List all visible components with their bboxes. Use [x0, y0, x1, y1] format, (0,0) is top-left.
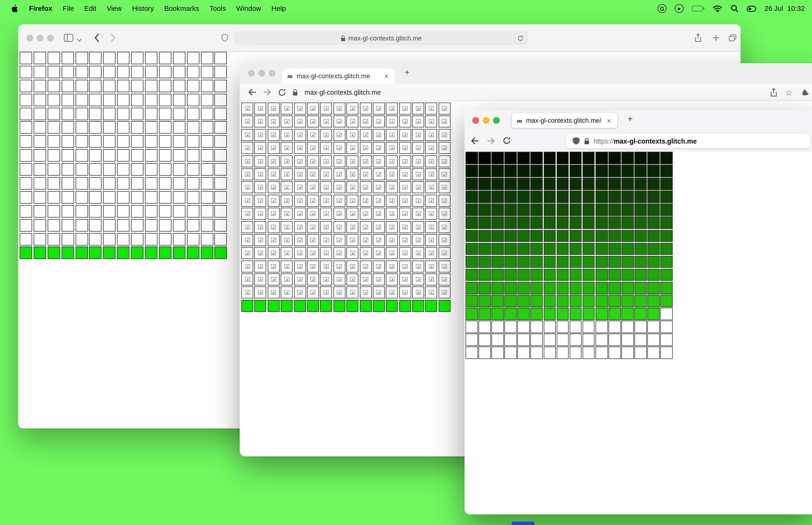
new-tab-button[interactable]: +: [628, 114, 633, 124]
broken-image-icon: [350, 277, 355, 282]
grid-cell: [307, 221, 319, 233]
extensions-puzzle-icon[interactable]: [801, 88, 809, 96]
minimize-window-button[interactable]: [482, 117, 489, 124]
dock-peek[interactable]: [512, 522, 535, 525]
broken-image-icon: [429, 238, 434, 242]
address-bar[interactable]: max-gl-contexts.glitch.me: [234, 31, 528, 45]
reload-icon[interactable]: [503, 137, 510, 145]
grid-cell: [307, 300, 319, 312]
back-button[interactable]: [248, 89, 256, 96]
grid-cell: [412, 234, 424, 246]
grid-cell: [255, 208, 266, 220]
broken-image-icon: [416, 198, 421, 203]
menubar-date[interactable]: 26 Jul: [765, 5, 783, 13]
minimize-window-button[interactable]: [37, 35, 44, 42]
grid-cell: [426, 103, 438, 115]
grid-cell: [491, 165, 504, 177]
zoom-window-button[interactable]: [269, 70, 276, 77]
broken-image-icon: [297, 172, 302, 177]
new-tab-icon[interactable]: [713, 34, 719, 41]
menu-history[interactable]: History: [127, 5, 159, 13]
grammarly-icon[interactable]: G: [658, 4, 666, 13]
share-icon[interactable]: [694, 33, 702, 42]
privacy-shield-icon[interactable]: [221, 34, 228, 42]
grid-cell: [412, 273, 424, 286]
back-button[interactable]: [94, 33, 99, 43]
reload-icon[interactable]: [278, 88, 286, 96]
grid-cell: [596, 204, 608, 216]
chevron-down-icon[interactable]: [77, 39, 82, 42]
grid-cell: [47, 191, 60, 204]
close-window-button[interactable]: [248, 70, 255, 77]
grid-cell: [307, 142, 319, 154]
forward-button[interactable]: [487, 137, 495, 144]
new-tab-button[interactable]: +: [404, 68, 410, 78]
grid-cell: [117, 163, 130, 176]
sidebar-toggle-icon[interactable]: [64, 34, 74, 42]
broken-image-icon: [416, 211, 421, 216]
control-center-icon[interactable]: [747, 5, 756, 12]
battery-icon[interactable]: [692, 6, 704, 11]
broken-image-icon: [429, 119, 434, 124]
grid-cell: [294, 181, 306, 193]
wifi-icon[interactable]: [713, 5, 722, 12]
back-button[interactable]: [471, 137, 479, 144]
grid-cell: [47, 177, 60, 190]
minimize-window-button[interactable]: [258, 70, 265, 77]
browser-tab[interactable]: ∞ max-gl-contexts.glitch.me/ ×: [512, 113, 617, 128]
close-window-button[interactable]: [472, 117, 479, 124]
grid-cell: [360, 116, 372, 127]
grid-cell: [373, 287, 385, 299]
grid-cell: [159, 219, 171, 231]
spotlight-search-icon[interactable]: [731, 5, 738, 13]
menu-view[interactable]: View: [102, 5, 127, 13]
grid-cell: [556, 152, 569, 164]
menubar-app-name[interactable]: Firefox: [24, 5, 57, 13]
tab-overview-icon[interactable]: [729, 34, 736, 41]
menubar-clock[interactable]: 10:32: [787, 5, 805, 13]
tab-strip[interactable]: ∞ max-gl-contexts.glitch.me/ × +: [464, 110, 812, 131]
apple-menu-icon[interactable]: [7, 4, 22, 13]
menu-window[interactable]: Window: [231, 5, 266, 13]
close-window-button[interactable]: [26, 35, 33, 42]
grid-cell: [504, 191, 517, 203]
zoom-window-button[interactable]: [493, 117, 500, 124]
grid-cell: [504, 217, 517, 229]
menu-tools[interactable]: Tools: [204, 5, 231, 13]
grid-cell: [426, 181, 438, 193]
toolbar-actions: ☆: [770, 88, 810, 96]
address-bar[interactable]: https://max-gl-contexts.glitch.me: [566, 134, 810, 148]
menubar-status-area: G ▶ 26 Jul 10:32: [658, 4, 805, 13]
close-tab-icon[interactable]: ×: [383, 73, 389, 80]
menu-edit[interactable]: Edit: [79, 5, 102, 13]
share-icon[interactable]: [770, 88, 777, 96]
forward-button[interactable]: [263, 89, 271, 96]
forward-button[interactable]: [110, 33, 116, 43]
lock-icon[interactable]: [292, 89, 298, 96]
grid-cell: [159, 66, 171, 78]
grid-cell: [255, 287, 266, 299]
reload-icon[interactable]: [517, 35, 523, 42]
safari-titlebar[interactable]: max-gl-contexts.glitch.me: [18, 25, 740, 52]
grid-cell: [647, 308, 660, 320]
menu-help[interactable]: Help: [266, 5, 291, 13]
broken-image-icon: [284, 133, 289, 137]
grid-cell: [255, 300, 266, 312]
zoom-window-button[interactable]: [47, 35, 54, 42]
close-tab-icon[interactable]: ×: [606, 117, 612, 124]
broken-image-icon: [297, 119, 302, 124]
grid-cell: [556, 334, 569, 346]
menu-bookmarks[interactable]: Bookmarks: [159, 5, 204, 13]
browser-tab[interactable]: ∞ max-gl-contexts.glitch.me ×: [282, 69, 395, 84]
now-playing-icon[interactable]: ▶: [675, 4, 684, 13]
grid-cell: [609, 217, 621, 229]
menu-file[interactable]: File: [58, 5, 79, 13]
grid-cell: [622, 217, 634, 229]
tab-strip[interactable]: ∞ max-gl-contexts.glitch.me × +: [240, 63, 812, 84]
grid-cell: [20, 52, 32, 64]
bookmark-star-icon[interactable]: ☆: [785, 88, 793, 96]
grid-cell: [531, 321, 543, 333]
grid-cell: [47, 121, 60, 134]
url-text[interactable]: max-gl-contexts.glitch.me: [305, 88, 381, 96]
grid-cell: [103, 135, 116, 148]
